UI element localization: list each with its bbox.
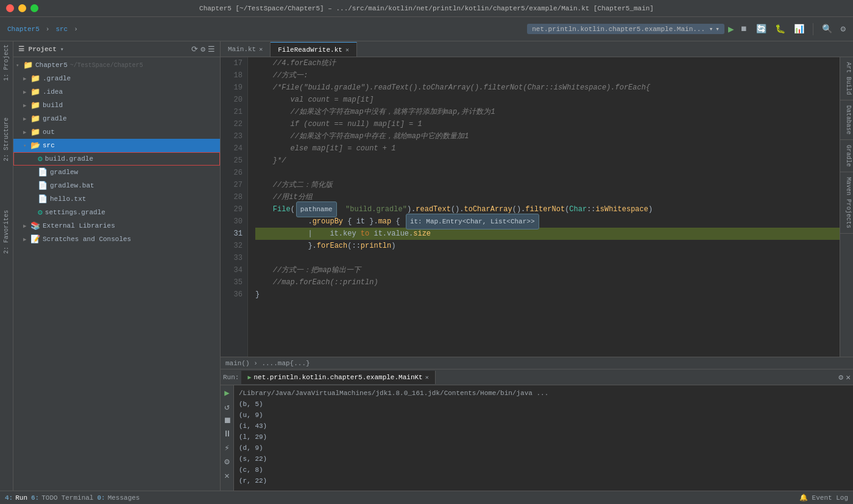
tree-item-gradle-dir[interactable]: ▶ 📁 .gradle xyxy=(13,72,220,85)
minimize-button[interactable] xyxy=(18,4,26,12)
bottom-tab-todo[interactable]: 6: TODO xyxy=(31,494,58,502)
file-tree: ▾ 📁 Chapter5 ~/TestSpace/Chapter5 ▶ 📁 .g… xyxy=(13,57,220,491)
tree-item-build[interactable]: ▶ 📁 build xyxy=(13,99,220,112)
code-line-24: else map[it] = count + 1 xyxy=(255,142,840,155)
code-text: | it.key xyxy=(255,228,361,240)
main-body: 1: Project 2: Structure 2: Favorites ☰ P… xyxy=(0,41,853,491)
tree-item-gradlew-bat[interactable]: 📄 gradlew.bat xyxy=(13,179,220,192)
editor-breadcrumb: main() › ....map{...} xyxy=(221,357,853,369)
tree-item-gradlew[interactable]: 📄 gradlew xyxy=(13,166,220,179)
code-content[interactable]: //4.forEach统计 //方式一: /*File("build.gradl… xyxy=(248,57,840,357)
run-ctrl-close[interactable]: ✕ xyxy=(224,471,229,481)
terminal-tab-text: Terminal xyxy=(62,494,94,502)
code-line-31: | it.key to it.value.size xyxy=(255,228,840,240)
tab-file-read-write-kt[interactable]: FileReadWrite.kt ✕ xyxy=(271,42,357,57)
tree-item-scratches[interactable]: ▶ 📝 Scratches and Consoles xyxy=(13,233,220,246)
run-ctrl-stop[interactable]: ⏹ xyxy=(223,416,232,425)
bottom-tab-run[interactable]: 4: Run xyxy=(5,494,27,502)
arrow-gradle-dir: ▶ xyxy=(23,75,30,82)
run-body: ▶ ↺ ⏹ ⏸ ⚡ ⚙ ✕ /Library/Java/JavaVirtualM… xyxy=(221,385,853,491)
run-ctrl-dump[interactable]: ⚡ xyxy=(224,443,229,453)
run-tab-label: net.println.kotlin.chapter5.example.Main… xyxy=(253,374,422,381)
tree-item-build-gradle[interactable]: ⚙ build.gradle xyxy=(13,152,220,166)
settings-run-icon[interactable]: ⚙ xyxy=(838,373,843,382)
gradle-panel[interactable]: Gradle xyxy=(840,140,853,172)
tab-file-read-write-close[interactable]: ✕ xyxy=(345,46,349,54)
gear-icon[interactable]: ⚙ xyxy=(200,44,205,54)
editor-column: Main.kt ✕ FileReadWrite.kt ✕ 17 18 19 xyxy=(221,41,853,491)
tab-main-kt-close[interactable]: ✕ xyxy=(259,46,263,53)
chapter5-breadcrumb[interactable]: Chapter5 xyxy=(5,24,42,34)
ln-28: 28 xyxy=(221,191,242,203)
code-line-29: File(pathname "build.gradle").readText()… xyxy=(255,203,840,215)
run-ctrl-rerun[interactable]: ↺ xyxy=(224,402,229,412)
run-tab-main[interactable]: ▶ net.println.kotlin.chapter5.example.Ma… xyxy=(241,371,435,384)
editor-breadcrumb-text: main() › ....map{...} xyxy=(225,360,310,367)
maximize-button[interactable] xyxy=(30,4,38,12)
breadcrumb-sep1: › xyxy=(46,26,50,33)
hello-txt-label: hello.txt xyxy=(50,195,86,203)
project-sidebar-label[interactable]: 1: Project xyxy=(3,44,10,81)
favorites-sidebar-label[interactable]: 2: Favorites xyxy=(3,210,10,254)
run-cmd-line: /Library/Java/JavaVirtualMachines/jdk1.8… xyxy=(239,388,848,399)
code-text: //方式一：把map输出一下 xyxy=(255,264,361,276)
tree-item-chapter5[interactable]: ▾ 📁 Chapter5 ~/TestSpace/Chapter5 xyxy=(13,58,220,72)
code-text: ( xyxy=(291,203,295,215)
file-icon-gradlew: 📄 xyxy=(38,167,48,177)
event-log[interactable]: 🔔 Event Log xyxy=(799,494,848,502)
ln-35: 35 xyxy=(221,276,242,289)
code-text: to xyxy=(361,228,369,240)
run-output: /Library/Java/JavaVirtualMachines/jdk1.8… xyxy=(234,385,853,491)
ln-22: 22 xyxy=(221,118,242,130)
code-text: forEach xyxy=(317,240,347,252)
database-panel[interactable]: Database xyxy=(840,100,853,140)
window-title: Chapter5 [~/TestSpace/Chapter5] – .../sr… xyxy=(199,5,654,12)
run-config-selector[interactable]: net.println.kotlin.chapter5.example.Main… xyxy=(527,24,724,34)
code-text: . xyxy=(255,215,313,228)
window-controls[interactable] xyxy=(6,4,38,12)
messages-tab-text: Messages xyxy=(108,494,140,502)
run-tab-close[interactable]: ✕ xyxy=(425,374,429,381)
tree-item-external-libs[interactable]: ▶ 📚 External Libraries xyxy=(13,219,220,233)
run-button[interactable]: ▶ xyxy=(728,23,734,35)
debug-restart-button[interactable]: 🔄 xyxy=(754,23,769,35)
project-icon: 📁 xyxy=(23,60,33,70)
close-run-icon[interactable]: ✕ xyxy=(846,373,851,382)
run-ctrl-settings[interactable]: ⚙ xyxy=(224,457,229,467)
tree-item-gradle[interactable]: ▶ 📁 gradle xyxy=(13,112,220,125)
code-text: //方式一: xyxy=(255,69,308,82)
coverage-button[interactable]: 📊 xyxy=(791,23,807,35)
sync-icon[interactable]: ⟳ xyxy=(191,44,198,54)
search-button[interactable]: 🔍 xyxy=(819,23,835,35)
settings-button[interactable]: ⚙ xyxy=(838,23,848,35)
code-text: }*/ xyxy=(255,155,286,167)
folder-icon-out: 📁 xyxy=(30,127,40,137)
code-line-32: }.forEach(::println) xyxy=(255,240,840,252)
bottom-tab-messages[interactable]: 0: Messages xyxy=(97,494,140,502)
src-breadcrumb[interactable]: src xyxy=(53,24,70,34)
bottom-tab-terminal[interactable]: Terminal xyxy=(62,494,94,502)
close-button[interactable] xyxy=(6,4,14,12)
expand-icon[interactable]: ☰ xyxy=(208,44,215,54)
run-ctrl-pause[interactable]: ⏸ xyxy=(223,429,232,439)
arrow-src: ▾ xyxy=(23,142,30,149)
structure-sidebar-label[interactable]: 2: Structure xyxy=(3,117,10,161)
tree-item-src[interactable]: ▾ 📂 src xyxy=(13,139,220,152)
scratches-label: Scratches and Consoles xyxy=(43,236,131,243)
art-build-panel[interactable]: Art Build xyxy=(840,57,853,100)
tree-item-out[interactable]: ▶ 📁 out xyxy=(13,125,220,139)
attach-debugger-button[interactable]: 🐛 xyxy=(773,23,788,35)
arrow-idea: ▶ xyxy=(23,89,30,96)
project-dropdown[interactable]: ▾ xyxy=(60,46,64,53)
ln-29: 29 xyxy=(221,203,242,215)
tab-main-kt[interactable]: Main.kt ✕ xyxy=(221,42,271,57)
ln-30: 30 xyxy=(221,215,242,228)
stop-button[interactable]: ⏹ xyxy=(738,23,750,35)
tree-item-hello-txt[interactable]: 📄 hello.txt xyxy=(13,192,220,206)
src-label: src xyxy=(43,142,55,149)
run-ctrl-play[interactable]: ▶ xyxy=(224,388,229,398)
maven-projects-panel[interactable]: Maven Projects xyxy=(840,172,853,234)
tree-item-idea[interactable]: ▶ 📁 .idea xyxy=(13,85,220,99)
tree-item-settings-gradle[interactable]: ⚙ settings.gradle xyxy=(13,206,220,219)
code-text: if (count == null) map[it] = 1 xyxy=(255,118,422,130)
